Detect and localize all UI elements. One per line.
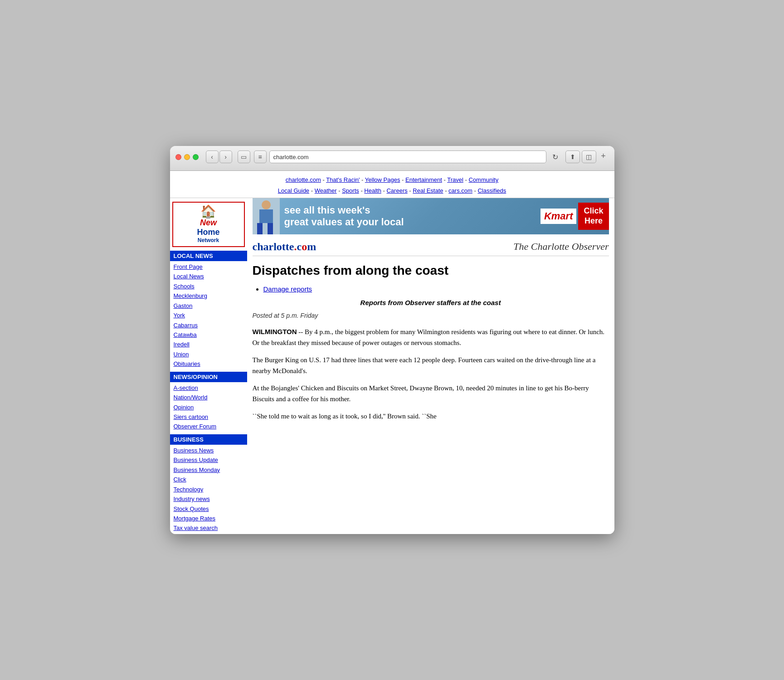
sidebar: 🏠 New Home Network LOCAL NEWS Front Page… <box>170 198 247 534</box>
minimize-button[interactable] <box>184 154 190 160</box>
reload-button[interactable]: ↻ <box>549 151 562 163</box>
toolbar-right: ⬆ ◫ + <box>565 151 609 163</box>
ad-banner[interactable]: see all this week's great values at your… <box>253 198 609 234</box>
charlotte-com-logo: charlotte.com <box>253 241 317 253</box>
top-nav: charlotte.com - That's Racin' - Yellow P… <box>170 175 614 196</box>
sidebar-local-news-links: Front Page Local News Schools Mecklenbur… <box>170 261 247 370</box>
back-button[interactable]: ‹ <box>206 151 219 163</box>
forward-button[interactable]: › <box>219 151 232 163</box>
nav-link-careers[interactable]: Careers <box>386 187 407 194</box>
nav-link-weather[interactable]: Weather <box>315 187 337 194</box>
sidebar-link-business-monday[interactable]: Business Monday <box>174 465 247 475</box>
nav-link-sports[interactable]: Sports <box>342 187 359 194</box>
nav-link-travel[interactable]: Travel <box>447 176 463 183</box>
ad-line1: see all this week's <box>284 204 536 216</box>
nav-link-racin[interactable]: That's Racin' <box>326 176 360 183</box>
sidebar-link-technology[interactable]: Technology <box>174 485 247 494</box>
sidebar-link-gaston[interactable]: Gaston <box>174 301 247 311</box>
svg-rect-1 <box>259 209 273 223</box>
nav-link-realestate[interactable]: Real Estate <box>413 187 443 194</box>
sidebar-business-links: Business News Business Update Business M… <box>170 445 247 534</box>
logo-network-text: Network <box>198 237 219 243</box>
sidebar-link-observer-forum[interactable]: Observer Forum <box>174 422 247 431</box>
page-body: 🏠 New Home Network LOCAL NEWS Front Page… <box>170 198 614 534</box>
article-title: Dispatches from along the coast <box>253 263 609 278</box>
page-header: charlotte.com - That's Racin' - Yellow P… <box>170 171 614 198</box>
address-bar[interactable]: charlotte.com <box>269 151 546 163</box>
logo-house-icon: 🏠 <box>200 205 216 218</box>
sidebar-link-click[interactable]: Click <box>174 475 247 484</box>
article-dateline: Reports from Observer staffers at the co… <box>253 299 609 306</box>
site-header: charlotte.com The Charlotte Observer <box>253 238 609 256</box>
titlebar: ‹ › ▭ ≡ charlotte.com ↻ ⬆ ◫ + <box>175 151 609 163</box>
logo: 🏠 New Home Network <box>172 202 245 247</box>
add-tab-button[interactable]: + <box>598 151 609 161</box>
article-body: WILMINGTON -- By 4 p.m., the biggest pro… <box>253 326 609 422</box>
sidebar-link-a-section[interactable]: A-section <box>174 383 247 393</box>
nav-link-localguide[interactable]: Local Guide <box>278 187 309 194</box>
share-button[interactable]: ⬆ <box>565 151 580 163</box>
sidebar-link-catawba[interactable]: Catawba <box>174 330 247 340</box>
article-posted: Posted at 5 p.m. Friday <box>253 312 609 319</box>
tab-button[interactable]: ▭ <box>238 151 250 163</box>
sidebar-link-stock-quotes[interactable]: Stock Quotes <box>174 504 247 514</box>
tabs-button[interactable]: ◫ <box>582 151 596 163</box>
nav-link-carscom[interactable]: cars.com <box>448 187 472 194</box>
logo-home-text: Home <box>197 228 219 237</box>
sidebar-section-business: BUSINESS <box>170 434 247 445</box>
sidebar-section-news-opinion: NEWS/OPINION <box>170 372 247 382</box>
nav-link-health[interactable]: Health <box>364 187 381 194</box>
address-text: charlotte.com <box>273 154 309 160</box>
sidebar-link-obituaries[interactable]: Obituaries <box>174 359 247 369</box>
browser-chrome: ‹ › ▭ ≡ charlotte.com ↻ ⬆ ◫ + <box>170 146 614 171</box>
nav-link-classifieds[interactable]: Classifieds <box>477 187 506 194</box>
maximize-button[interactable] <box>193 154 199 160</box>
logo-new-text: New <box>200 218 217 228</box>
sidebar-link-nation-world[interactable]: Nation/World <box>174 393 247 402</box>
damage-reports-link[interactable]: Damage reports <box>263 285 312 293</box>
browser-content: charlotte.com - That's Racin' - Yellow P… <box>170 171 614 534</box>
sidebar-link-york[interactable]: York <box>174 311 247 320</box>
ad-text: see all this week's great values at your… <box>280 204 541 228</box>
svg-rect-2 <box>257 223 263 234</box>
sidebar-link-business-news[interactable]: Business News <box>174 446 247 455</box>
ad-line2: great values at your local <box>284 216 536 228</box>
nav-link-entertainment[interactable]: Entertainment <box>405 176 442 183</box>
article-paragraph-4: ``She told me to wait as long as it took… <box>253 411 609 422</box>
sidebar-link-mecklenburg[interactable]: Mecklenburg <box>174 291 247 301</box>
close-button[interactable] <box>175 154 181 160</box>
sidebar-link-local-news[interactable]: Local News <box>174 272 247 281</box>
sidebar-link-schools[interactable]: Schools <box>174 282 247 291</box>
nav-buttons: ‹ › <box>206 151 232 163</box>
sidebar-link-tax-value-search[interactable]: Tax value search <box>174 523 247 533</box>
click-here-button[interactable]: Click Here <box>578 203 609 229</box>
sidebar-news-opinion-links: A-section Nation/World Opinion Siers car… <box>170 382 247 432</box>
sidebar-link-siers-cartoon[interactable]: Siers cartoon <box>174 412 247 422</box>
article-sublink: Damage reports <box>253 285 609 293</box>
kmart-logo: Kmart <box>541 209 577 224</box>
svg-rect-0 <box>262 200 271 209</box>
sidebar-link-union[interactable]: Union <box>174 350 247 359</box>
traffic-lights <box>175 154 199 160</box>
article-paragraph-3: At the Bojangles' Chicken and Biscuits o… <box>253 383 609 404</box>
observer-title: The Charlotte Observer <box>513 241 609 253</box>
sidebar-link-front-page[interactable]: Front Page <box>174 262 247 272</box>
svg-rect-3 <box>268 223 273 234</box>
sidebar-link-opinion[interactable]: Opinion <box>174 403 247 412</box>
ad-person-figure <box>255 200 278 234</box>
nav-link-charlotte[interactable]: charlotte.com <box>286 176 321 183</box>
article-paragraph-1: WILMINGTON -- By 4 p.m., the biggest pro… <box>253 326 609 348</box>
sidebar-link-iredell[interactable]: Iredell <box>174 340 247 349</box>
sidebar-link-cabarrus[interactable]: Cabarrus <box>174 321 247 330</box>
browser-window: ‹ › ▭ ≡ charlotte.com ↻ ⬆ ◫ + charlotte.… <box>170 146 614 534</box>
ad-logo-area: Kmart Click Here <box>541 203 609 229</box>
sidebar-link-business-update[interactable]: Business Update <box>174 455 247 465</box>
menu-button[interactable]: ≡ <box>254 151 267 163</box>
article-paragraph-2: The Burger King on U.S. 17 had three lin… <box>253 355 609 376</box>
sidebar-link-mortgage-rates[interactable]: Mortgage Rates <box>174 514 247 523</box>
nav-link-yellowpages[interactable]: Yellow Pages <box>365 176 400 183</box>
main-content: see all this week's great values at your… <box>247 198 614 534</box>
nav-link-community[interactable]: Community <box>468 176 498 183</box>
ad-figure <box>253 198 280 234</box>
sidebar-link-industry-news[interactable]: Industry news <box>174 494 247 504</box>
